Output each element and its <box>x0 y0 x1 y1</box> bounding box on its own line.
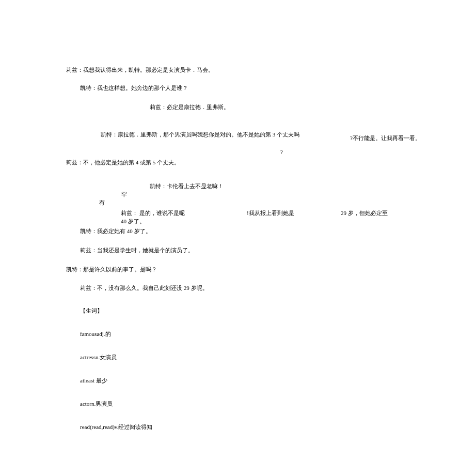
dialogue-line: 莉兹：我想我认得出来，凯特。那必定是女演员卡．马会。 <box>66 66 214 74</box>
text-fragment: 罕 <box>121 191 127 198</box>
vocabulary-item: actressn.女演员 <box>80 354 117 361</box>
section-heading: 【生词】 <box>80 307 103 315</box>
dialogue-fragment: !我从报上看到她是 <box>247 209 294 217</box>
dialogue-line: 凯特：那是许久以前的事了。是吗？ <box>66 266 157 273</box>
dialogue-line: 凯特：康拉德．里弗斯，那个男演员吗我想你是对的。他不是她的第 3 个丈夫吗 <box>101 131 299 139</box>
document-page: 莉兹：我想我认得出来，凯特。那必定是女演员卡．马会。 凯特：我也这样想。她旁边的… <box>0 0 475 476</box>
dialogue-line: 莉兹：当我还是学生时，她就是个的演员了。 <box>80 247 194 254</box>
text-fragment: ? <box>280 148 283 156</box>
dialogue-line: 莉兹：必定是康拉德．里弗斯。 <box>150 103 229 111</box>
vocabulary-item: actorn.男演员 <box>80 400 113 408</box>
dialogue-fragment: 29 岁，但她必定至 <box>341 209 388 217</box>
vocabulary-item: famousadj.的 <box>80 330 111 338</box>
dialogue-line: 凯特：我必定她有 40 岁了。 <box>80 227 151 235</box>
dialogue-fragment: 40 岁了。 <box>121 218 145 225</box>
vocabulary-item: atleast 最少 <box>80 377 107 385</box>
dialogue-line: ?不行能是。让我再看一看。 <box>350 134 421 142</box>
dialogue-line: 凯特：我也这样想。她旁边的那个人是谁？ <box>80 84 188 92</box>
text-fragment: 有 <box>99 199 105 207</box>
dialogue-line: 莉兹：不，没有那么久。我自己此刻还没 29 岁呢。 <box>80 284 208 292</box>
dialogue-line: 凯特：卡伦看上去不显老嘛！ <box>150 182 224 190</box>
vocabulary-item: read(read,read)v.经过阅读得知 <box>80 423 152 431</box>
dialogue-line: 莉兹： 是的，谁说不是呢 <box>121 209 185 217</box>
dialogue-line: 莉兹：不，他必定是她的第 4 或第 5 个丈夫。 <box>66 159 180 166</box>
